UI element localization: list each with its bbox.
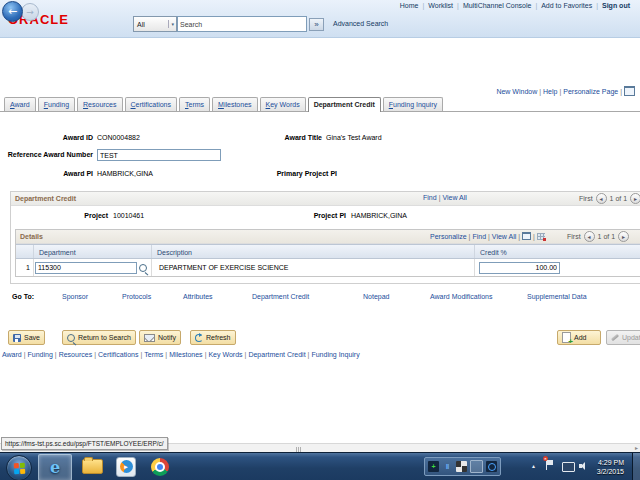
project-label: Project — [51, 212, 108, 219]
goto-supplemental-data-link[interactable]: Supplemental Data — [527, 293, 587, 300]
save-button[interactable]: Save — [8, 330, 45, 345]
advanced-search-link[interactable]: Advanced Search — [333, 20, 388, 27]
footer-funding-inquiry-link[interactable]: Funding Inquiry — [311, 351, 359, 358]
description-column-header: Description — [152, 245, 475, 258]
award-title-label: Award Title — [230, 134, 322, 141]
row-number-header — [16, 245, 34, 258]
show-hidden-icons-arrow[interactable]: ▴ — [532, 462, 535, 469]
multichannel-console-link[interactable]: MultiChannel Console — [463, 2, 531, 9]
lookup-magnifier-icon[interactable] — [139, 264, 147, 272]
footer-milestones-link[interactable]: Milestones — [169, 351, 202, 358]
previous-row-icon[interactable]: ◂ — [596, 193, 607, 204]
tray-icon-green-plus[interactable]: + — [428, 461, 439, 472]
footer-key-words-link[interactable]: Key Words — [208, 351, 242, 358]
details-toolbar: Personalize | Find | View All | | — [430, 232, 545, 240]
find-link[interactable]: Find — [472, 233, 486, 240]
scroll-right-arrow-icon[interactable]: ▸ — [635, 444, 638, 451]
goto-attributes-link[interactable]: Attributes — [183, 293, 213, 300]
table-row: 1 DEPARTMENT OF EXERCISE SCIENCE — [16, 259, 640, 276]
tab-milestones[interactable]: Milestones — [212, 97, 257, 111]
tab-department-credit[interactable]: Department Credit — [308, 97, 381, 112]
global-search: All ▾ » — [133, 16, 324, 32]
copy-url-icon[interactable] — [624, 86, 635, 96]
taskbar-media-player-button[interactable]: ▸ — [110, 454, 142, 479]
start-button[interactable] — [6, 455, 32, 480]
search-return-icon — [67, 334, 75, 342]
goto-sponsor-link[interactable]: Sponsor — [62, 293, 88, 300]
page-utility-links: New Window| Help| Personalize Page| — [496, 86, 635, 96]
goto-protocols-link[interactable]: Protocols — [122, 293, 151, 300]
notify-button[interactable]: Notify — [139, 330, 181, 345]
details-bar: Details Personalize | Find | View All | … — [16, 230, 640, 244]
tab-key-words[interactable]: Key Words — [260, 97, 306, 111]
media-player-icon: ▸ — [116, 457, 136, 477]
taskbar: e ▸ + ‖ ▴ × 4:29 PM 3/2/2015 — [0, 452, 640, 480]
personalize-page-link[interactable]: Personalize Page — [563, 88, 618, 95]
divider: | — [620, 88, 622, 95]
previous-row-icon[interactable]: ◂ — [584, 231, 595, 242]
divider: | — [422, 2, 424, 9]
footer-terms-link[interactable]: Terms — [144, 351, 163, 358]
return-to-search-button[interactable]: Return to Search — [62, 330, 136, 345]
next-row-icon[interactable]: ▸ — [618, 231, 629, 242]
help-link[interactable]: Help — [543, 88, 557, 95]
tray-icon-checkered[interactable] — [456, 461, 467, 472]
internet-explorer-icon: e — [50, 460, 60, 476]
department-input[interactable] — [35, 262, 137, 274]
award-pi-value: HAMBRICK,GINA — [97, 170, 153, 177]
footer-department-credit-link[interactable]: Department Credit — [248, 351, 305, 358]
search-go-button[interactable]: » — [309, 18, 324, 31]
envelope-icon — [144, 334, 155, 342]
award-id-label: Award ID — [0, 134, 93, 141]
tray-icon-blank[interactable] — [470, 460, 483, 473]
search-input[interactable] — [177, 16, 307, 32]
tab-certifications[interactable]: Certifications — [125, 97, 177, 111]
zoom-grid-icon[interactable] — [522, 232, 531, 240]
personalize-link[interactable]: Personalize — [430, 233, 467, 240]
refresh-button[interactable]: Refresh — [190, 330, 236, 345]
footer-resources-link[interactable]: Resources — [59, 351, 92, 358]
home-link[interactable]: Home — [400, 2, 419, 9]
tray-icon-target[interactable] — [486, 461, 497, 472]
tab-funding[interactable]: Funding — [38, 97, 75, 111]
new-window-link[interactable]: New Window — [496, 88, 537, 95]
search-scope-select[interactable]: All ▾ — [133, 16, 177, 32]
divider: | — [140, 351, 142, 358]
reference-award-number-input[interactable] — [97, 149, 221, 161]
update-display-button[interactable]: Update — [606, 330, 640, 345]
view-all-link[interactable]: View All — [442, 194, 466, 201]
show-desktop-button[interactable] — [632, 453, 640, 480]
tab-terms[interactable]: Terms — [179, 97, 210, 111]
tab-funding-inquiry[interactable]: Funding Inquiry — [383, 97, 443, 111]
footer-certifications-link[interactable]: Certifications — [98, 351, 138, 358]
sign-out-link[interactable]: Sign out — [602, 2, 630, 9]
view-all-link[interactable]: View All — [492, 233, 516, 240]
credit-percent-input[interactable] — [479, 262, 560, 274]
add-button[interactable]: Add — [557, 330, 601, 345]
first-label: First — [579, 195, 593, 202]
next-row-icon[interactable]: ▸ — [630, 193, 640, 204]
award-title-value: Gina's Test Award — [326, 134, 382, 141]
taskbar-chrome-button[interactable] — [144, 454, 176, 479]
department-cell — [34, 259, 152, 276]
taskbar-explorer-button[interactable] — [76, 454, 108, 479]
download-to-excel-icon[interactable] — [537, 233, 545, 240]
goto-notepad-link[interactable]: Notepad — [363, 293, 389, 300]
worklist-link[interactable]: Worklist — [428, 2, 453, 9]
tab-award[interactable]: Award — [4, 97, 36, 111]
add-to-favorites-link[interactable]: Add to Favorites — [541, 2, 592, 9]
tray-icon-pause[interactable]: ‖ — [442, 461, 453, 472]
taskbar-ie-button[interactable]: e — [38, 454, 72, 480]
row-count: 1 of 1 — [598, 233, 616, 240]
goto-award-modifications-link[interactable]: Award Modifications — [430, 293, 493, 300]
forward-button[interactable]: → — [21, 3, 39, 21]
network-icon[interactable] — [562, 462, 575, 472]
tab-resources[interactable]: Resources — [77, 97, 122, 111]
footer-funding-link[interactable]: Funding — [28, 351, 53, 358]
back-button[interactable]: ← — [2, 1, 23, 22]
taskbar-clock[interactable]: 4:29 PM 3/2/2015 — [597, 458, 624, 476]
footer-award-link[interactable]: Award — [2, 351, 22, 358]
goto-department-credit-link[interactable]: Department Credit — [252, 293, 309, 300]
find-link[interactable]: Find — [423, 194, 437, 201]
divider: | — [535, 2, 537, 9]
